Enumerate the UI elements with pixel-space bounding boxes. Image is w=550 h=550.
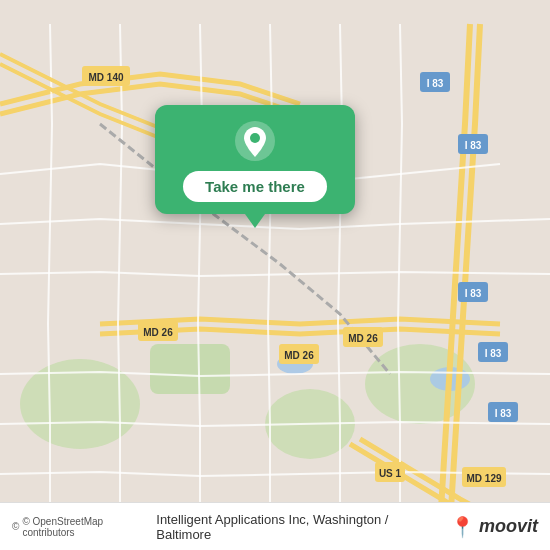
moovit-pin-icon: 📍 — [450, 517, 475, 537]
svg-text:I 83: I 83 — [495, 408, 512, 419]
moovit-wordmark: moovit — [479, 516, 538, 537]
svg-text:MD 140: MD 140 — [88, 72, 123, 83]
svg-text:I 83: I 83 — [465, 288, 482, 299]
moovit-logo: 📍 moovit — [450, 516, 538, 537]
location-popup: Take me there — [155, 105, 355, 214]
bottom-bar: © © OpenStreetMap contributors Intellige… — [0, 502, 550, 550]
svg-point-30 — [250, 133, 260, 143]
location-pin-icon — [233, 119, 277, 163]
svg-text:I 83: I 83 — [485, 348, 502, 359]
take-me-there-button[interactable]: Take me there — [183, 171, 327, 202]
location-label: Intelligent Applications Inc, Washington… — [156, 512, 442, 542]
bottom-info: Intelligent Applications Inc, Washington… — [156, 512, 538, 542]
map-background: MD 140 I 83 I 83 I 83 I 83 I 83 MD 26 MD… — [0, 0, 550, 550]
svg-text:US 1: US 1 — [379, 468, 402, 479]
svg-text:MD 129: MD 129 — [466, 473, 501, 484]
svg-text:MD 26: MD 26 — [348, 333, 378, 344]
svg-text:I 83: I 83 — [465, 140, 482, 151]
osm-attribution: © © OpenStreetMap contributors — [12, 516, 156, 538]
svg-text:I 83: I 83 — [427, 78, 444, 89]
map-container: MD 140 I 83 I 83 I 83 I 83 I 83 MD 26 MD… — [0, 0, 550, 550]
svg-text:MD 26: MD 26 — [143, 327, 173, 338]
svg-rect-4 — [150, 344, 230, 394]
copyright-icon: © — [12, 521, 19, 532]
svg-text:MD 26: MD 26 — [284, 350, 314, 361]
osm-text: © OpenStreetMap contributors — [22, 516, 156, 538]
